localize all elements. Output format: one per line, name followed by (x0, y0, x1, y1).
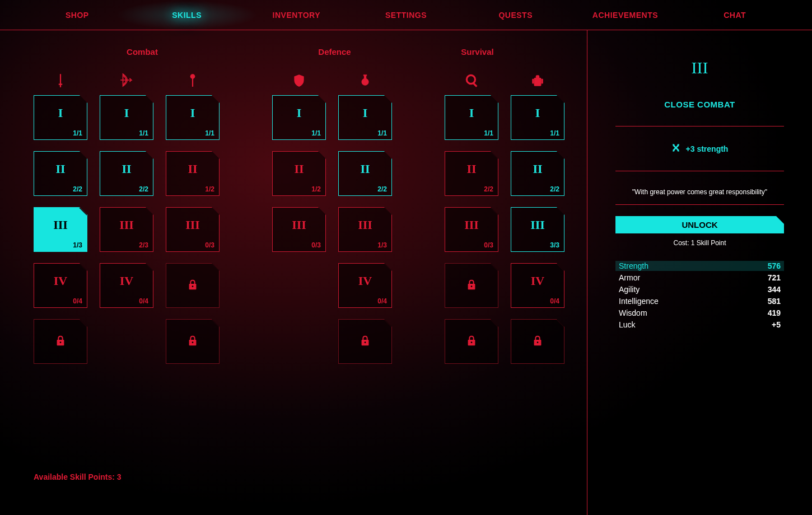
skill-node[interactable]: I1/1 (166, 95, 220, 140)
skill-node[interactable]: I1/1 (100, 95, 153, 140)
skill-node[interactable]: II2/2 (445, 151, 498, 196)
stats-list: Strength576Armor721Agility344Intelligenc… (615, 261, 784, 330)
skill-node[interactable]: II2/2 (338, 151, 392, 196)
sword-icon (34, 64, 87, 95)
stat-row-armor: Armor721 (615, 273, 784, 283)
nav-tab-inventory[interactable]: INVENTORY (241, 11, 351, 20)
skill-node-locked[interactable] (166, 319, 220, 364)
lock-icon (186, 278, 199, 293)
skill-node[interactable]: I1/1 (338, 95, 392, 140)
skill-node[interactable]: III0/3 (272, 207, 326, 252)
stat-row-luck: Luck+5 (615, 320, 784, 330)
skill-node[interactable]: II2/2 (34, 151, 87, 196)
backpack-icon (511, 64, 564, 95)
nav-tab-quests[interactable]: QUESTS (461, 11, 571, 20)
top-nav: SHOPSKILLSINVENTORYSETTINGSQUESTSACHIEVE… (0, 0, 812, 30)
lock-icon (531, 334, 544, 349)
lock-icon (465, 334, 478, 349)
skill-column-mace: I1/1II1/2III0/3 (166, 64, 220, 364)
detail-flavor-text: "With great power comes great responsibi… (615, 188, 784, 196)
stat-row-agility: Agility344 (615, 284, 784, 294)
skill-node-locked[interactable] (445, 319, 498, 364)
stat-row-wisdom: Wisdom419 (615, 308, 784, 318)
skill-node[interactable]: III1/3 (338, 207, 392, 252)
skills-panel: Combat Defence Survival I1/1II2/2III1/3I… (0, 30, 587, 515)
lock-icon (465, 278, 478, 293)
potion-icon (338, 64, 392, 95)
skill-node[interactable]: III0/3 (445, 207, 498, 252)
stat-row-strength: Strength576 (615, 261, 784, 271)
skill-node-locked[interactable] (511, 319, 564, 364)
detail-bonus: +3 strength (615, 143, 784, 154)
skill-node[interactable]: II2/2 (100, 151, 153, 196)
skill-column-potion: I1/1II2/2III1/3IV0/4 (338, 64, 392, 364)
skill-node[interactable]: III2/3 (100, 207, 153, 252)
skill-node[interactable]: I1/1 (445, 95, 498, 140)
skill-node[interactable]: IV0/4 (100, 263, 153, 308)
category-combat: Combat (34, 47, 234, 57)
nav-tab-shop[interactable]: SHOP (22, 11, 132, 20)
skill-node[interactable]: III3/3 (511, 207, 564, 252)
skill-detail-panel: III CLOSE COMBAT +3 strength "With great… (587, 30, 812, 515)
shield-icon (272, 64, 326, 95)
skill-node[interactable]: II1/2 (272, 151, 326, 196)
nav-tab-settings[interactable]: SETTINGS (351, 11, 461, 20)
skill-column-bow: I1/1II2/2III2/3IV0/4 (100, 64, 153, 364)
detail-skill-name: CLOSE COMBAT (615, 100, 784, 109)
skill-node[interactable]: IV0/4 (338, 263, 392, 308)
unlock-button[interactable]: UNLOCK (615, 216, 784, 233)
category-survival: Survival (417, 47, 538, 57)
skill-tree-grid: I1/1II2/2III1/3IV0/4I1/1II2/2III2/3IV0/4… (34, 64, 564, 364)
bow-icon (100, 64, 153, 95)
lock-icon (186, 334, 199, 349)
skill-column-sword: I1/1II2/2III1/3IV0/4 (34, 64, 87, 364)
skill-node-locked[interactable] (445, 263, 498, 308)
skill-node-locked[interactable] (166, 263, 220, 308)
stat-row-intelligence: Intelligence581 (615, 296, 784, 306)
nav-tab-achievements[interactable]: ACHIEVEMENTS (571, 11, 680, 20)
skill-column-shield: I1/1II1/2III0/3 (272, 64, 326, 364)
unlock-cost: Cost: 1 Skill Point (615, 239, 784, 247)
category-defence: Defence (274, 47, 395, 57)
skill-column-backpack: I1/1II2/2III3/3IV0/4 (511, 64, 564, 364)
lock-icon (359, 334, 371, 349)
crossed-swords-icon (671, 143, 680, 154)
category-row: Combat Defence Survival (34, 47, 564, 57)
skill-node[interactable]: I1/1 (34, 95, 87, 140)
lock-icon (54, 334, 67, 349)
skill-node[interactable]: III0/3 (166, 207, 220, 252)
skill-node[interactable]: I1/1 (511, 95, 564, 140)
skill-column-lens: I1/1II2/2III0/3 (445, 64, 498, 364)
detail-tier: III (615, 58, 784, 77)
skill-node[interactable]: III1/3 (34, 207, 87, 252)
skill-node-locked[interactable] (34, 319, 87, 364)
skill-node[interactable]: IV0/4 (34, 263, 87, 308)
skill-points-label: Available Skill Points: 3 (34, 472, 122, 481)
nav-tab-skills[interactable]: SKILLS (132, 11, 242, 20)
search-icon (445, 64, 498, 95)
skill-node[interactable]: I1/1 (272, 95, 326, 140)
skill-node[interactable]: II1/2 (166, 151, 220, 196)
skill-node[interactable]: IV0/4 (511, 263, 564, 308)
mace-icon (166, 64, 220, 95)
nav-tab-chat[interactable]: CHAT (680, 11, 790, 20)
skill-node-locked[interactable] (338, 319, 392, 364)
skill-node[interactable]: II2/2 (511, 151, 564, 196)
